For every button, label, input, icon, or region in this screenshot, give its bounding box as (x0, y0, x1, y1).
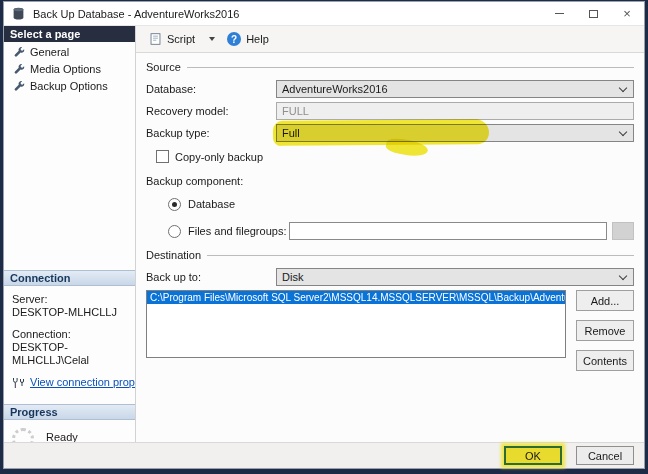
back-up-to-combobox[interactable]: Disk (276, 268, 634, 286)
copy-only-backup-checkbox[interactable] (156, 150, 169, 163)
browse-button (612, 222, 634, 240)
database-radio[interactable] (168, 198, 181, 211)
files-filegroups-radio[interactable] (168, 225, 181, 238)
progress-section: Progress Ready (4, 404, 135, 442)
sidebar: Select a page General Media Options (4, 26, 136, 442)
close-icon: × (623, 7, 631, 20)
help-label: Help (246, 33, 269, 45)
select-a-page-header: Select a page (4, 26, 135, 42)
view-connection-properties-link[interactable]: View connection properties (30, 376, 136, 389)
recovery-model-row: Recovery model: FULL (146, 102, 634, 120)
database-radio-row: Database (168, 195, 634, 213)
chevron-down-icon (619, 129, 627, 137)
connection-properties-icon (12, 377, 25, 389)
window-title: Back Up Database - AdventureWorks2016 (33, 8, 239, 20)
sidebar-item-general[interactable]: General (4, 45, 135, 59)
toolbar: Script ? Help (136, 26, 644, 53)
connection-label: Connection: (12, 328, 127, 341)
chevron-down-icon (619, 85, 627, 93)
contents-button[interactable]: Contents (576, 350, 634, 371)
maximize-icon (589, 10, 598, 18)
server-label: Server: (12, 293, 127, 306)
ok-button[interactable]: OK (504, 446, 562, 465)
chevron-down-icon (209, 37, 215, 41)
minimize-button[interactable] (542, 2, 576, 25)
wrench-icon (14, 47, 25, 58)
progress-spinner-icon (12, 428, 34, 442)
back-up-to-row: Back up to: Disk (146, 268, 634, 286)
backup-type-row: Backup type: Full (146, 124, 634, 142)
backup-component-label: Backup component: (146, 175, 634, 187)
connection-value: DESKTOP-MLHCLLJ\Celal (12, 341, 127, 367)
destination-group-header: Destination (146, 249, 634, 261)
footer: OK Cancel (4, 442, 644, 468)
destination-buttons: Add... Remove Contents (576, 290, 634, 371)
progress-header: Progress (4, 404, 135, 420)
close-button[interactable]: × (610, 2, 644, 25)
database-row: Database: AdventureWorks2016 (146, 80, 634, 98)
backup-type-combobox[interactable]: Full (276, 124, 634, 142)
database-label: Database: (146, 83, 276, 95)
general-page: Source Database: AdventureWorks2016 Reco… (136, 53, 644, 442)
recovery-model-label: Recovery model: (146, 105, 276, 117)
cancel-button[interactable]: Cancel (576, 446, 634, 465)
connection-header: Connection (4, 270, 135, 286)
copy-only-backup-label: Copy-only backup (175, 151, 263, 163)
help-button[interactable]: ? Help (222, 29, 274, 49)
back-up-to-label: Back up to: (146, 271, 276, 283)
script-label: Script (167, 33, 195, 45)
group-divider (207, 255, 634, 256)
maximize-button[interactable] (576, 2, 610, 25)
main-panel: Script ? Help Source (136, 26, 644, 442)
add-button[interactable]: Add... (576, 290, 634, 311)
database-icon (12, 7, 25, 20)
files-filegroups-field (289, 222, 607, 240)
titlebar: Back Up Database - AdventureWorks2016 × (4, 2, 644, 26)
progress-status: Ready (46, 431, 78, 442)
remove-button[interactable]: Remove (576, 320, 634, 341)
database-radio-label: Database (188, 198, 235, 210)
recovery-model-field: FULL (276, 102, 634, 120)
sidebar-item-media-options[interactable]: Media Options (4, 62, 135, 76)
backup-database-dialog: Back Up Database - AdventureWorks2016 × … (3, 1, 645, 469)
backup-destinations-listbox[interactable]: C:\Program Files\Microsoft SQL Server2\M… (146, 290, 566, 358)
database-combobox[interactable]: AdventureWorks2016 (276, 80, 634, 98)
backup-path-item-selected[interactable]: C:\Program Files\Microsoft SQL Server2\M… (147, 291, 565, 304)
sidebar-item-backup-options[interactable]: Backup Options (4, 79, 135, 93)
copy-only-backup-row: Copy-only backup (156, 150, 634, 163)
sidebar-item-label: General (30, 46, 69, 58)
wrench-icon (14, 81, 25, 92)
server-value: DESKTOP-MLHCLLJ (12, 306, 127, 319)
sidebar-item-label: Media Options (30, 63, 101, 75)
backup-type-combobox-value: Full (282, 127, 300, 139)
files-filegroups-radio-row: Files and filegroups: (168, 222, 634, 240)
destination-list-row: C:\Program Files\Microsoft SQL Server2\M… (146, 290, 634, 371)
help-icon: ? (227, 32, 241, 46)
back-up-to-combobox-value: Disk (282, 271, 303, 283)
database-combobox-value: AdventureWorks2016 (282, 83, 388, 95)
destination-group-label: Destination (146, 249, 201, 261)
connection-panel: Server: DESKTOP-MLHCLLJ Connection: DESK… (4, 286, 135, 389)
script-dropdown-button[interactable] (202, 34, 220, 44)
source-group-label: Source (146, 61, 181, 73)
source-group-header: Source (146, 61, 634, 73)
recovery-model-value: FULL (282, 105, 309, 117)
files-filegroups-radio-label: Files and filegroups: (188, 225, 289, 237)
sidebar-spacer (4, 93, 135, 270)
screenshot-frame: Back Up Database - AdventureWorks2016 × … (0, 0, 648, 474)
backup-type-label: Backup type: (146, 127, 276, 139)
chevron-down-icon (619, 273, 627, 281)
wrench-icon (14, 64, 25, 75)
sidebar-item-label: Backup Options (30, 80, 108, 92)
minimize-icon (555, 13, 564, 14)
group-divider (187, 67, 634, 68)
script-button[interactable]: Script (144, 29, 200, 49)
script-icon (149, 32, 162, 46)
